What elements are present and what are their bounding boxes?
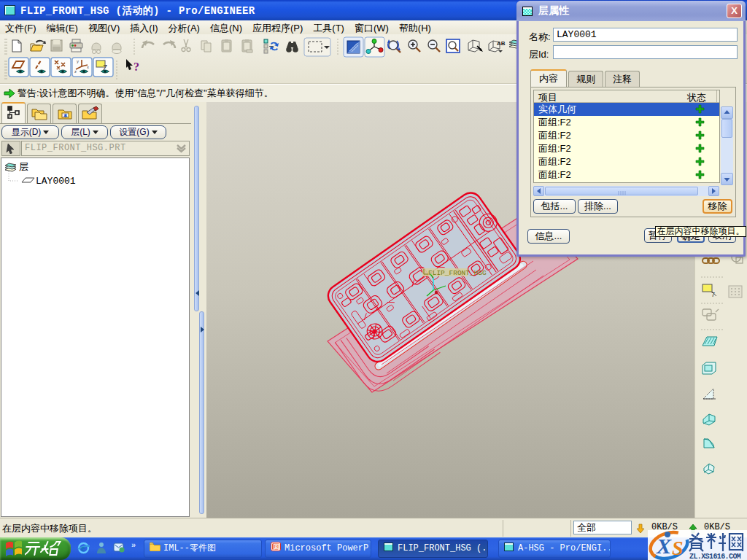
svg-text:回: 回 [273, 543, 279, 551]
svg-text:X: X [656, 534, 672, 558]
svg-text:FLIP_FRONT_HSG: FLIP_FRONT_HSG [428, 269, 487, 277]
svg-text:?: ? [133, 61, 139, 73]
svg-text:e: e [81, 543, 85, 553]
svg-text:AB: AB [497, 40, 506, 47]
svg-text:7: 7 [711, 291, 715, 298]
svg-text:y: y [77, 59, 79, 63]
svg-text:ZL.XS1616.COM: ZL.XS1616.COM [689, 553, 741, 560]
svg-text:S: S [672, 537, 684, 559]
svg-text:✱: ✱ [63, 113, 68, 118]
svg-text:z: z [74, 69, 77, 74]
svg-text:x: x [87, 65, 89, 69]
